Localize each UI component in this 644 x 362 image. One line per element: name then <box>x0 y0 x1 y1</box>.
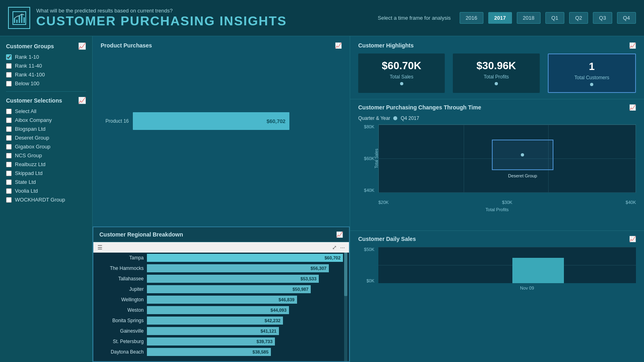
customer-selections-header: Customer Selections 📈 <box>6 97 86 104</box>
cpc-vgridline-1 <box>464 125 464 192</box>
selection-checkbox-10[interactable] <box>6 197 12 203</box>
selection-item-5[interactable]: NCS Group <box>6 152 86 158</box>
rb-bar: $41,121 <box>147 327 279 335</box>
group-item-1[interactable]: Rank 11-40 <box>6 63 86 69</box>
q2-button[interactable]: Q2 <box>569 12 588 24</box>
rb-city-label: Wellington <box>99 297 144 302</box>
selection-label-6: Realbuzz Ltd <box>15 161 45 167</box>
rb-bar-wrap: $60,702 <box>147 254 343 262</box>
highlights-expand-icon[interactable]: 📈 <box>629 42 636 49</box>
cds-gridline-top <box>378 247 636 247</box>
group-label-1: Rank 11-40 <box>15 63 42 69</box>
time-label: Select a time frame for analysis <box>378 15 451 21</box>
selection-checkbox-4[interactable] <box>6 144 12 150</box>
selection-item-7[interactable]: Skippad Ltd <box>6 170 86 176</box>
group-checkbox-0[interactable] <box>6 54 12 60</box>
selection-item-10[interactable]: WOCKHARDT Group <box>6 197 86 203</box>
cpc-y-axis-label: Total Sales <box>374 149 379 169</box>
rb-bar-wrap: $50,987 <box>147 285 343 293</box>
cds-y-labels: $50K $0K <box>358 247 376 283</box>
selection-checkbox-8[interactable] <box>6 179 12 185</box>
selection-label-10: WOCKHARDT Group <box>15 197 65 203</box>
group-item-3[interactable]: Below 100 <box>6 80 86 86</box>
group-item-2[interactable]: Rank 41-100 <box>6 72 86 78</box>
selection-label-1: Aibox Company <box>15 117 52 123</box>
header-title: CUSTOMER PURCHASING INSIGHTS <box>36 14 287 29</box>
rb-row: Gainesville$41,121 <box>99 326 343 336</box>
rb-row: The Hammocks$56,307 <box>99 263 343 274</box>
rb-city-label: Jupiter <box>99 286 144 292</box>
selection-checkbox-6[interactable] <box>6 162 12 167</box>
cds-chart: Nov 09 <box>378 247 636 283</box>
customer-highlights-title: Customer Highlights 📈 <box>358 42 636 49</box>
highlights-cards: $60.70KTotal Sales$30.96KTotal Profits1T… <box>358 53 636 93</box>
rb-bar-wrap: $56,307 <box>147 264 343 272</box>
selection-item-2[interactable]: Blogspan Ltd <box>6 126 86 132</box>
rb-city-label: Tallahassee <box>99 276 144 282</box>
rb-header: Customer Regional Breakdown 📈 <box>93 227 349 242</box>
rb-more-icon[interactable]: ··· <box>340 244 345 251</box>
year-2016-button[interactable]: 2016 <box>460 12 483 24</box>
rb-row: St. Petersburg$39,733 <box>99 336 343 347</box>
selection-item-6[interactable]: Realbuzz Ltd <box>6 161 86 167</box>
selection-label-4: Gigabox Group <box>15 144 50 150</box>
selection-item-0[interactable]: Select All <box>6 108 86 114</box>
group-label-2: Rank 41-100 <box>15 72 45 78</box>
highlight-value-2: 1 <box>555 60 629 73</box>
selection-checkbox-0[interactable] <box>6 109 12 114</box>
q3-button[interactable]: Q3 <box>593 12 612 24</box>
selection-item-1[interactable]: Aibox Company <box>6 117 86 123</box>
group-checkbox-3[interactable] <box>6 81 12 86</box>
deseret-group-box: Deseret Group <box>492 140 553 170</box>
selection-item-3[interactable]: Deseret Group <box>6 135 86 141</box>
rb-bar-wrap: $38,585 <box>147 348 343 356</box>
selection-item-4[interactable]: Gigabox Group <box>6 144 86 150</box>
header-text: What will be the predicted results based… <box>36 8 287 29</box>
rb-expand2-icon[interactable]: ⤢ <box>332 244 337 251</box>
product-bar-row: Product 16 $60,702 <box>101 112 342 130</box>
group-checkbox-2[interactable] <box>6 72 12 78</box>
q1-button[interactable]: Q1 <box>545 12 564 24</box>
selection-label-5: NCS Group <box>15 152 42 158</box>
selection-checkbox-9[interactable] <box>6 188 12 194</box>
rb-bar: $44,093 <box>147 306 289 314</box>
group-label-0: Rank 1-10 <box>15 54 39 60</box>
selection-item-9[interactable]: Voolia Ltd <box>6 188 86 194</box>
rb-row: Jupiter$50,987 <box>99 284 343 294</box>
cpc-x-label-20k: $20K <box>378 200 389 205</box>
cds-expand-icon[interactable]: 📈 <box>629 236 636 242</box>
selection-checkbox-1[interactable] <box>6 117 12 123</box>
quarter-dot <box>393 116 397 120</box>
group-item-0[interactable]: Rank 1-10 <box>6 54 86 60</box>
highlight-card-0[interactable]: $60.70KTotal Sales <box>358 53 445 93</box>
highlight-card-2[interactable]: 1Total Customers <box>548 53 636 93</box>
year-2018-button[interactable]: 2018 <box>517 12 541 24</box>
customer-highlights: Customer Highlights 📈 $60.70KTotal Sales… <box>350 36 644 99</box>
cds-x-label: Nov 09 <box>520 286 534 290</box>
selection-checkbox-3[interactable] <box>6 135 12 141</box>
year-2017-button[interactable]: 2017 <box>488 12 512 24</box>
selection-checkbox-5[interactable] <box>6 153 12 158</box>
selection-checkbox-2[interactable] <box>6 126 12 132</box>
cds-gridline-mid <box>378 265 636 265</box>
customer-groups-title: Customer Groups <box>6 43 54 49</box>
rb-city-label: The Hammocks <box>99 265 144 271</box>
selection-checkbox-7[interactable] <box>6 171 12 176</box>
rb-title: Customer Regional Breakdown <box>99 231 183 238</box>
highlight-card-1[interactable]: $30.96KTotal Profits <box>453 53 539 93</box>
selection-item-8[interactable]: State Ltd <box>6 179 86 185</box>
rb-scrollbar-thumb[interactable] <box>344 253 347 296</box>
rb-toolbar: ☰ ⤢ ··· <box>93 242 349 253</box>
rb-expand-icon[interactable]: 📈 <box>336 231 343 238</box>
selection-label-9: Voolia Ltd <box>15 188 38 194</box>
rb-row: Tampa$60,702 <box>99 253 343 263</box>
rb-scrollbar[interactable] <box>344 253 347 361</box>
cds-bar <box>512 258 564 283</box>
rb-menu-icon[interactable]: ☰ <box>97 244 103 251</box>
q4-button[interactable]: Q4 <box>617 12 636 24</box>
cpc-x-label-30k: $30K <box>502 200 512 205</box>
rb-bar-wrap: $39,733 <box>147 337 343 346</box>
cpc-expand-icon[interactable]: 📈 <box>629 104 636 111</box>
group-checkbox-1[interactable] <box>6 63 12 69</box>
product-purchases-expand-icon[interactable]: 📈 <box>335 42 342 49</box>
